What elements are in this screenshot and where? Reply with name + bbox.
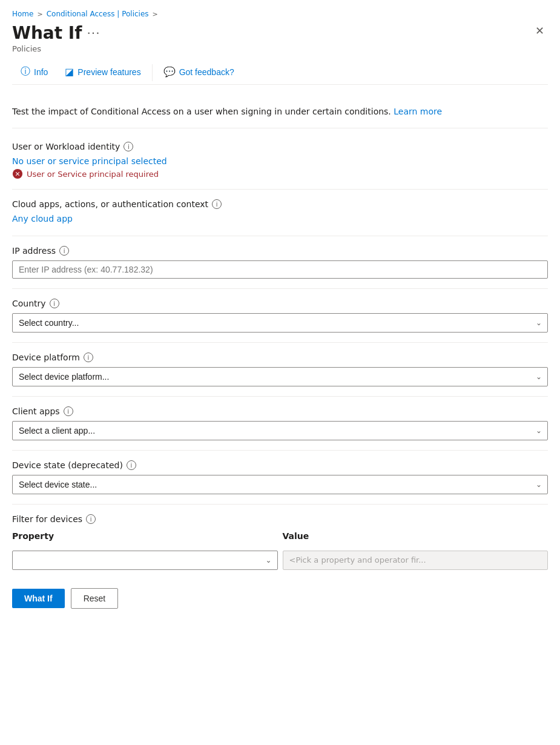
breadcrumb-sep-2: > bbox=[153, 10, 158, 18]
country-section: Country i Select country... United State… bbox=[12, 289, 548, 343]
filter-value-display: <Pick a property and operator fir... bbox=[283, 551, 548, 570]
page-header: What If ··· ✕ bbox=[12, 23, 548, 43]
user-identity-info-icon: i bbox=[124, 142, 133, 151]
user-identity-section: User or Workload identity i No user or s… bbox=[12, 132, 548, 190]
filter-devices-label: Filter for devices i bbox=[12, 514, 548, 524]
svg-text:✕: ✕ bbox=[15, 170, 20, 178]
user-selection-link[interactable]: No user or service principal selected bbox=[12, 156, 548, 166]
info-circle-icon: ⓘ bbox=[21, 65, 30, 78]
cloud-app-selection-link[interactable]: Any cloud app bbox=[12, 214, 548, 224]
device-state-select[interactable]: Select device state... Device Hybrid Azu… bbox=[12, 475, 548, 494]
page-title: What If bbox=[12, 23, 82, 43]
cloud-apps-label: Cloud apps, actions, or authentication c… bbox=[12, 199, 548, 209]
preview-icon: ◪ bbox=[65, 66, 74, 78]
feedback-icon: 💬 bbox=[163, 66, 176, 78]
page-subtitle: Policies bbox=[12, 44, 548, 53]
country-select-wrapper: Select country... United States United K… bbox=[12, 313, 548, 333]
property-column-header: Property bbox=[12, 529, 278, 546]
country-info-icon: i bbox=[50, 299, 59, 308]
cloud-apps-info-icon: i bbox=[212, 199, 222, 209]
close-button[interactable]: ✕ bbox=[532, 23, 548, 39]
client-apps-section: Client apps i Select a client app... Bro… bbox=[12, 397, 548, 451]
error-message: User or Service principal required bbox=[27, 170, 159, 179]
filter-grid: Property Value ⌄ <Pick a property and op… bbox=[12, 529, 548, 570]
toolbar-divider bbox=[152, 64, 153, 81]
device-state-select-wrapper: Select device state... Device Hybrid Azu… bbox=[12, 475, 548, 494]
device-platform-label: Device platform i bbox=[12, 353, 548, 362]
feedback-button[interactable]: 💬 Got feedback? bbox=[155, 61, 243, 84]
ip-address-input[interactable] bbox=[12, 260, 548, 279]
more-options-icon[interactable]: ··· bbox=[87, 26, 100, 41]
ip-label: IP address i bbox=[12, 246, 548, 256]
filter-property-select[interactable] bbox=[12, 551, 278, 570]
breadcrumb: Home > Conditional Access | Policies > bbox=[12, 10, 548, 18]
breadcrumb-home[interactable]: Home bbox=[12, 10, 33, 18]
error-icon: ✕ bbox=[12, 168, 23, 179]
device-state-label: Device state (deprecated) i bbox=[12, 460, 548, 470]
country-label: Country i bbox=[12, 299, 548, 308]
info-label: Info bbox=[34, 67, 48, 77]
user-error-row: ✕ User or Service principal required bbox=[12, 168, 548, 179]
user-identity-label: User or Workload identity i bbox=[12, 142, 548, 151]
description-text: Test the impact of Conditional Access on… bbox=[12, 107, 391, 116]
client-apps-label: Client apps i bbox=[12, 406, 548, 416]
client-apps-info-icon: i bbox=[64, 406, 73, 416]
what-if-button[interactable]: What If bbox=[12, 589, 65, 608]
feedback-label: Got feedback? bbox=[179, 67, 234, 77]
filter-devices-info-icon: i bbox=[86, 514, 96, 524]
cloud-apps-section: Cloud apps, actions, or authentication c… bbox=[12, 190, 548, 236]
breadcrumb-sep-1: > bbox=[37, 10, 42, 18]
device-platform-section: Device platform i Select device platform… bbox=[12, 343, 548, 397]
ip-info-icon: i bbox=[59, 246, 69, 256]
page-title-area: What If ··· bbox=[12, 23, 100, 43]
reset-button[interactable]: Reset bbox=[71, 588, 119, 609]
filter-devices-section: Filter for devices i Property Value ⌄ <P… bbox=[12, 505, 548, 576]
value-column-header: Value bbox=[283, 529, 548, 546]
toolbar: ⓘ Info ◪ Preview features 💬 Got feedback… bbox=[12, 61, 548, 85]
info-tab-button[interactable]: ⓘ Info bbox=[12, 61, 56, 84]
preview-features-button[interactable]: ◪ Preview features bbox=[56, 61, 149, 84]
action-bar: What If Reset bbox=[12, 576, 548, 618]
device-platform-select[interactable]: Select device platform... Android iOS Wi… bbox=[12, 367, 548, 386]
client-apps-select[interactable]: Select a client app... Browser Mobile ap… bbox=[12, 421, 548, 440]
country-select[interactable]: Select country... United States United K… bbox=[12, 313, 548, 333]
page-container: Home > Conditional Access | Policies > W… bbox=[0, 0, 560, 628]
description-section: Test the impact of Conditional Access on… bbox=[12, 96, 548, 128]
preview-label: Preview features bbox=[77, 67, 140, 77]
device-state-section: Device state (deprecated) i Select devic… bbox=[12, 451, 548, 505]
device-platform-select-wrapper: Select device platform... Android iOS Wi… bbox=[12, 367, 548, 386]
breadcrumb-conditional-access[interactable]: Conditional Access | Policies bbox=[47, 10, 149, 18]
device-platform-info-icon: i bbox=[84, 353, 93, 362]
client-apps-select-wrapper: Select a client app... Browser Mobile ap… bbox=[12, 421, 548, 440]
filter-property-select-wrapper: ⌄ bbox=[12, 551, 278, 570]
learn-more-link[interactable]: Learn more bbox=[394, 107, 442, 116]
device-state-info-icon: i bbox=[127, 460, 136, 470]
ip-address-section: IP address i bbox=[12, 236, 548, 289]
